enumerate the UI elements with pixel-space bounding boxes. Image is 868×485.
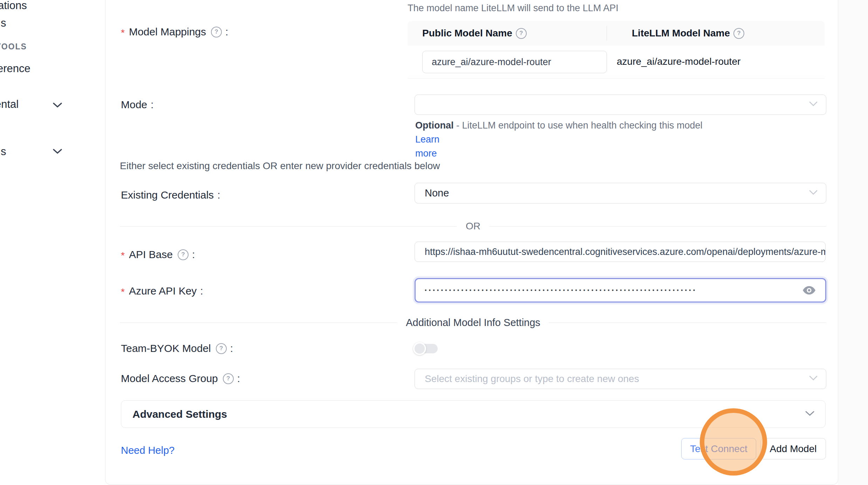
sidebar-item[interactable]: erence <box>0 62 30 75</box>
model-access-group-placeholder: Select existing groups or type to create… <box>415 373 639 384</box>
mode-select[interactable] <box>415 95 826 115</box>
chevron-down-icon[interactable] <box>53 102 62 110</box>
azure-api-key-label: * Azure API Key : <box>121 285 203 297</box>
sidebar-item[interactable]: ations <box>0 0 27 12</box>
sidebar-item-label: erence <box>0 62 30 75</box>
credentials-note: Either select existing credentials OR en… <box>120 160 440 172</box>
sidebar: ations s TOOLS erence ental s <box>0 0 105 485</box>
azure-api-key-masked-value: ••••••••••••••••••••••••••••••••••••••••… <box>416 287 803 293</box>
sidebar-item[interactable]: s <box>1 145 6 158</box>
need-help-link[interactable]: Need Help? <box>121 445 175 456</box>
model-name-helper-text: The model name LiteLLM will send to the … <box>408 3 618 14</box>
sidebar-item-label: s <box>1 17 6 29</box>
help-icon[interactable]: ? <box>178 249 189 260</box>
header-divider <box>607 26 607 41</box>
mode-hint-bold: Optional <box>415 120 454 131</box>
column-header-litellm-model-name: LiteLLM Model Name ? <box>621 28 825 39</box>
public-model-name-input[interactable]: azure_ai/azure-model-router <box>422 51 607 73</box>
add-model-button[interactable]: Add Model <box>760 438 826 459</box>
table-row: azure_ai/azure-model-router azure_ai/azu… <box>408 46 825 78</box>
mode-hint: Optional - LiteLLM endpoint to use when … <box>415 118 706 160</box>
model-mappings-label: * Model Mappings ? : <box>121 26 228 38</box>
advanced-settings-title: Advanced Settings <box>121 408 227 420</box>
existing-credentials-label: Existing Credentials: <box>121 189 220 201</box>
divider-line <box>120 226 457 227</box>
help-icon[interactable]: ? <box>733 28 744 39</box>
chevron-down-icon <box>809 102 818 108</box>
divider-line <box>120 323 397 323</box>
add-model-label: Add Model <box>770 443 817 455</box>
divider-line <box>549 323 826 323</box>
team-byok-toggle[interactable] <box>415 344 438 353</box>
section-divider-text: Additional Model Info Settings <box>406 317 540 328</box>
model-access-group-label: Model Access Group ? : <box>121 373 240 384</box>
required-asterisk: * <box>121 286 125 298</box>
divider-line <box>490 226 826 227</box>
chevron-down-icon <box>805 410 815 418</box>
section-divider: Additional Model Info Settings <box>120 317 826 328</box>
sidebar-item-label: ental <box>0 98 19 110</box>
chevron-down-icon[interactable] <box>53 148 62 156</box>
sidebar-item-label: ations <box>0 0 27 12</box>
or-divider-text: OR <box>466 221 480 232</box>
help-icon[interactable]: ? <box>223 373 234 384</box>
or-divider: OR <box>120 221 826 232</box>
learn-more-link[interactable]: Learn <box>415 134 439 145</box>
eye-icon[interactable] <box>803 286 815 295</box>
litellm-model-name-value: azure_ai/azure-model-router <box>617 56 740 67</box>
sidebar-section-label: TOOLS <box>0 42 27 51</box>
required-asterisk: * <box>121 250 125 261</box>
team-byok-label: Team-BYOK Model ? : <box>121 342 233 354</box>
model-access-group-select[interactable]: Select existing groups or type to create… <box>415 369 826 389</box>
help-icon[interactable]: ? <box>211 27 222 37</box>
api-base-input[interactable]: https://ishaa-mh6uutut-swedencentral.cog… <box>415 242 826 262</box>
chevron-down-icon <box>809 190 818 196</box>
api-base-label: * API Base ? : <box>121 249 195 261</box>
existing-credentials-select[interactable]: None <box>415 183 826 203</box>
required-asterisk: * <box>121 27 125 39</box>
add-model-screen: ations s TOOLS erence ental s The model … <box>0 0 868 485</box>
public-model-name-value: azure_ai/azure-model-router <box>432 57 551 68</box>
help-icon[interactable]: ? <box>516 28 527 39</box>
existing-credentials-value: None <box>415 187 449 199</box>
chevron-down-icon <box>809 376 818 382</box>
column-header-public-model-name: Public Model Name ? <box>408 28 621 39</box>
click-indicator <box>700 408 767 476</box>
mode-label: Mode: <box>121 99 153 111</box>
page-background-right <box>838 0 868 485</box>
azure-api-key-input[interactable]: ••••••••••••••••••••••••••••••••••••••••… <box>415 278 826 303</box>
table-header-row: Public Model Name ? LiteLLM Model Name ? <box>408 21 825 46</box>
api-base-value: https://ishaa-mh6uutut-swedencentral.cog… <box>415 247 826 257</box>
sidebar-item-label: s <box>1 145 6 158</box>
learn-more-link[interactable]: more <box>415 148 437 159</box>
toggle-knob <box>413 342 426 355</box>
model-mappings-table: Public Model Name ? LiteLLM Model Name ?… <box>408 21 825 78</box>
sidebar-item[interactable]: ental <box>0 98 19 111</box>
help-icon[interactable]: ? <box>216 343 227 354</box>
sidebar-item[interactable]: s <box>1 17 6 29</box>
